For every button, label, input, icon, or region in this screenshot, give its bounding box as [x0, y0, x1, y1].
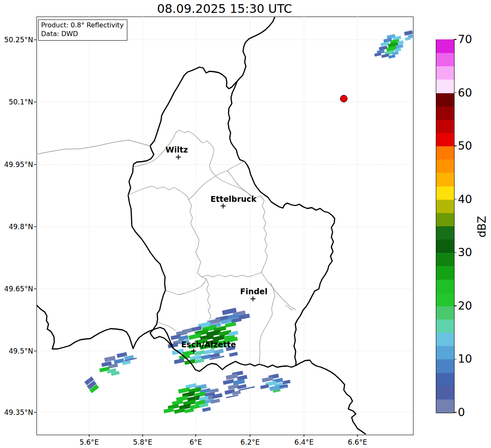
radar-figure: 08.09.2025 15:30 UTC Product: 0.8° Refle… — [0, 0, 491, 448]
country-border — [36, 305, 173, 349]
region-border — [158, 322, 176, 331]
colorbar-segment — [436, 173, 454, 186]
city-marker — [191, 349, 196, 354]
colorbar-segment — [436, 253, 454, 266]
colorbar-segment — [436, 359, 454, 373]
colorbar-segment — [436, 186, 454, 200]
colorbar-segment — [436, 80, 454, 93]
region-border — [128, 186, 189, 200]
data-source-label: Data: DWD — [41, 30, 124, 39]
colorbar-segment — [436, 160, 454, 173]
colorbar-segment — [436, 39, 454, 53]
city-marker — [250, 296, 255, 301]
colorbar-segment — [436, 386, 454, 400]
colorbar-segment — [436, 93, 454, 107]
city-label: Esch/Alzette — [181, 340, 236, 349]
city-marker — [176, 155, 181, 160]
radar-site-dot — [340, 95, 348, 102]
colorbar-segment — [436, 373, 454, 386]
colorbar-segment — [436, 266, 454, 280]
colorbar-segment — [436, 319, 454, 333]
region-border — [285, 305, 296, 310]
region-border — [206, 279, 211, 319]
colorbar-segment — [436, 213, 454, 226]
colorbar-segment — [436, 306, 454, 320]
colorbar-segment — [436, 106, 454, 120]
product-info-box: Product: 0.8° Reflectivity Data: DWD — [38, 19, 127, 41]
city-label: Ettelbruck — [211, 194, 257, 203]
city-marker — [221, 203, 226, 208]
country-border — [128, 67, 335, 371]
city-label: Wiltz — [165, 145, 188, 154]
region-border — [189, 200, 206, 279]
product-label: Product: 0.8° Reflectivity — [41, 21, 124, 30]
region-border — [165, 279, 206, 295]
country-border — [237, 17, 275, 81]
colorbar-segment — [436, 293, 454, 306]
colorbar-segment — [436, 279, 454, 293]
colorbar-segment — [436, 146, 454, 160]
country-border — [296, 360, 366, 434]
colorbar-segment — [436, 240, 454, 253]
colorbar-segment — [436, 53, 454, 67]
colorbar-segment — [436, 346, 454, 360]
map-borders-svg — [0, 0, 491, 448]
colorbar-segment — [436, 399, 454, 413]
colorbar-segment — [436, 66, 454, 80]
colorbar-segment — [436, 333, 454, 346]
colorbar-segment — [436, 199, 454, 213]
colorbar-segment — [436, 133, 454, 146]
region-border — [202, 272, 261, 277]
city-label: Findel — [240, 287, 267, 296]
colorbar — [436, 39, 455, 413]
region-border — [36, 140, 150, 154]
colorbar-segment — [436, 119, 454, 133]
colorbar-segment — [436, 226, 454, 240]
